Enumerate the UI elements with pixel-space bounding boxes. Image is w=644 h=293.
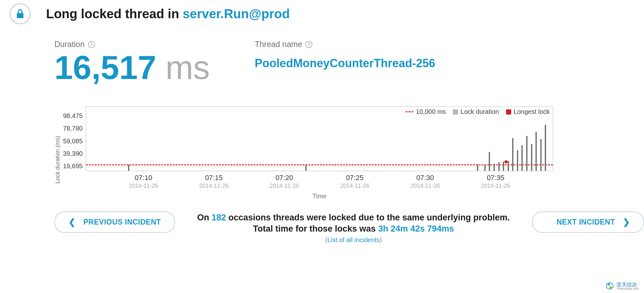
next-incident-label: NEXT INCIDENT (557, 218, 615, 226)
duration-value: 16,517 (54, 49, 156, 86)
chart-bar[interactable] (484, 165, 486, 171)
y-tick: 98,475 (63, 112, 83, 120)
chart-bar[interactable] (535, 132, 537, 171)
chart-bar[interactable] (477, 164, 478, 171)
x-tick: 07:352014-11-26 (481, 174, 510, 189)
lock-icon (10, 3, 31, 24)
thread-name-metric: Thread name ? PooledMoneyCounterThread-2… (255, 40, 435, 84)
y-tick: 19,695 (63, 162, 83, 170)
watermark: 宜天信达 Yitianxinda.com (606, 281, 639, 290)
watermark-text: 宜天信达 (616, 282, 637, 287)
chart-bar[interactable] (508, 161, 509, 171)
thread-name[interactable]: PooledMoneyCounterThread-256 (255, 57, 435, 70)
chart-bar[interactable] (503, 162, 504, 171)
thread-label: Thread name (255, 40, 302, 49)
title-link[interactable]: server.Run@prod (183, 7, 290, 21)
chart-bar[interactable] (521, 145, 523, 171)
y-tick: 39,390 (63, 150, 83, 157)
duration-unit: ms (156, 49, 210, 86)
y-tick: 59,085 (63, 138, 83, 145)
legend-threshold: 10,000 ms (416, 108, 446, 115)
svg-rect-0 (17, 13, 24, 18)
help-icon[interactable]: ? (305, 41, 312, 48)
x-axis-label: Time (86, 193, 553, 200)
chart-bar[interactable] (526, 136, 527, 171)
next-incident-button[interactable]: NEXT INCIDENT ❯ (532, 211, 644, 233)
x-tick: 07:202014-11-26 (270, 174, 299, 189)
y-axis-label: Lock duration (ms) (54, 107, 61, 200)
duration-label: Duration (54, 40, 85, 49)
longest-lock-marker[interactable] (504, 160, 508, 163)
longest-lock-swatch-icon (506, 109, 511, 115)
chart-bar[interactable] (498, 162, 500, 171)
title-prefix: Long locked thread in (46, 7, 183, 21)
x-tick: 07:252014-11-26 (340, 174, 369, 189)
chevron-left-icon: ❮ (68, 217, 76, 227)
chart-bar[interactable] (517, 150, 518, 171)
chart-bar[interactable] (512, 138, 513, 171)
lock-duration-chart: Lock duration (ms) 98,47578,78059,08539,… (54, 107, 644, 200)
threshold-swatch-icon (406, 111, 413, 112)
previous-incident-label: PREVIOUS INCIDENT (84, 218, 161, 226)
page-title: Long locked thread in server.Run@prod (46, 7, 290, 21)
lock-duration-swatch-icon (453, 109, 458, 115)
watermark-sub: Yitianxinda.com (616, 287, 639, 290)
y-axis-ticks: 98,47578,78059,08539,39019,695 (63, 112, 86, 170)
chart-bar[interactable] (545, 125, 546, 171)
chart-bar[interactable] (128, 165, 129, 171)
occasion-count: 182 (212, 213, 226, 222)
duration-metric: Duration ? 16,517 ms (54, 40, 210, 84)
chart-bar[interactable] (540, 139, 542, 171)
watermark-logo-icon (606, 282, 614, 290)
chart-area[interactable]: 10,000 ms Lock duration Longest lock (86, 107, 553, 171)
chevron-right-icon: ❯ (623, 217, 630, 227)
total-lock-time: 3h 24m 42s 794ms (378, 224, 454, 234)
legend-lock-duration: Lock duration (461, 108, 499, 115)
y-tick: 78,780 (63, 125, 83, 132)
list-all-incidents-link[interactable]: List of all incidents (327, 236, 380, 243)
legend-longest-lock: Longest lock (514, 108, 550, 115)
help-icon[interactable]: ? (88, 41, 95, 48)
chart-bar[interactable] (494, 164, 495, 171)
chart-bar[interactable] (489, 152, 490, 171)
x-axis-ticks: 07:102014-11-2607:152014-11-2607:202014-… (86, 174, 553, 189)
chart-bar[interactable] (305, 165, 307, 171)
incident-summary: On 182 occasions threads were locked due… (187, 211, 520, 244)
x-tick: 07:302014-11-26 (410, 174, 440, 189)
chart-bar[interactable] (531, 144, 532, 171)
x-tick: 07:102014-11-26 (129, 174, 158, 189)
x-tick: 07:152014-11-26 (199, 174, 229, 189)
chart-legend: 10,000 ms Lock duration Longest lock (406, 108, 550, 115)
previous-incident-button[interactable]: ❮ PREVIOUS INCIDENT (54, 211, 175, 233)
